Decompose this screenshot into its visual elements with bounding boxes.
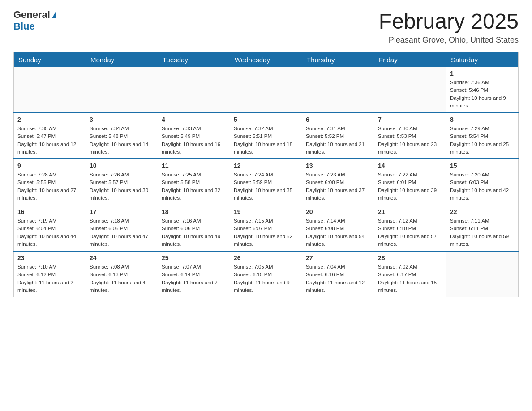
day-number: 16 [17,208,82,215]
day-info: Sunrise: 7:31 AM Sunset: 5:52 PM Dayligh… [306,125,370,156]
table-row: 11Sunrise: 7:25 AM Sunset: 5:58 PM Dayli… [158,159,230,205]
table-row: 20Sunrise: 7:14 AM Sunset: 6:08 PM Dayli… [302,205,374,251]
table-row: 23Sunrise: 7:10 AM Sunset: 6:12 PM Dayli… [14,251,86,297]
table-row: 12Sunrise: 7:24 AM Sunset: 5:59 PM Dayli… [230,159,302,205]
table-row: 9Sunrise: 7:28 AM Sunset: 5:55 PM Daylig… [14,159,86,205]
table-row [230,67,302,113]
day-info: Sunrise: 7:14 AM Sunset: 6:08 PM Dayligh… [306,217,370,248]
day-info: Sunrise: 7:22 AM Sunset: 6:01 PM Dayligh… [378,171,442,202]
day-info: Sunrise: 7:12 AM Sunset: 6:10 PM Dayligh… [378,217,442,248]
day-info: Sunrise: 7:07 AM Sunset: 6:14 PM Dayligh… [162,263,226,294]
table-row: 24Sunrise: 7:08 AM Sunset: 6:13 PM Dayli… [86,251,158,297]
logo-blue-text: Blue [13,21,35,32]
day-number: 22 [450,208,515,215]
table-row: 2Sunrise: 7:35 AM Sunset: 5:47 PM Daylig… [14,113,86,159]
day-number: 11 [162,162,226,169]
title-area: February 2025 Pleasant Grove, Ohio, Unit… [379,9,519,45]
day-info: Sunrise: 7:19 AM Sunset: 6:04 PM Dayligh… [17,217,82,248]
day-number: 6 [306,116,370,123]
day-number: 5 [234,116,298,123]
table-row: 15Sunrise: 7:20 AM Sunset: 6:03 PM Dayli… [446,159,519,205]
day-number: 23 [17,254,82,261]
day-number: 12 [234,162,298,169]
day-info: Sunrise: 7:23 AM Sunset: 6:00 PM Dayligh… [306,171,370,202]
logo-triangle-icon [52,10,56,18]
table-row: 16Sunrise: 7:19 AM Sunset: 6:04 PM Dayli… [14,205,86,251]
table-row [86,67,158,113]
day-number: 3 [90,116,154,123]
table-row: 25Sunrise: 7:07 AM Sunset: 6:14 PM Dayli… [158,251,230,297]
day-number: 21 [378,208,442,215]
day-info: Sunrise: 7:26 AM Sunset: 5:57 PM Dayligh… [90,171,154,202]
day-info: Sunrise: 7:28 AM Sunset: 5:55 PM Dayligh… [17,171,82,202]
col-wednesday: Wednesday [230,52,302,68]
day-info: Sunrise: 7:29 AM Sunset: 5:54 PM Dayligh… [450,125,515,156]
page-header: General Blue February 2025 Pleasant Grov… [13,9,519,45]
day-info: Sunrise: 7:04 AM Sunset: 6:16 PM Dayligh… [306,263,370,294]
day-number: 18 [162,208,226,215]
day-number: 25 [162,254,226,261]
day-info: Sunrise: 7:10 AM Sunset: 6:12 PM Dayligh… [17,263,82,294]
table-row: 21Sunrise: 7:12 AM Sunset: 6:10 PM Dayli… [374,205,446,251]
day-info: Sunrise: 7:05 AM Sunset: 6:15 PM Dayligh… [234,263,298,294]
day-info: Sunrise: 7:33 AM Sunset: 5:49 PM Dayligh… [162,125,226,156]
day-number: 19 [234,208,298,215]
table-row: 18Sunrise: 7:16 AM Sunset: 6:06 PM Dayli… [158,205,230,251]
day-info: Sunrise: 7:35 AM Sunset: 5:47 PM Dayligh… [17,125,82,156]
table-row: 5Sunrise: 7:32 AM Sunset: 5:51 PM Daylig… [230,113,302,159]
day-info: Sunrise: 7:16 AM Sunset: 6:06 PM Dayligh… [162,217,226,248]
col-thursday: Thursday [302,52,374,68]
calendar-week-row: 2Sunrise: 7:35 AM Sunset: 5:47 PM Daylig… [14,113,519,159]
day-number: 8 [450,116,515,123]
day-number: 17 [90,208,154,215]
table-row [446,251,519,297]
calendar-week-row: 9Sunrise: 7:28 AM Sunset: 5:55 PM Daylig… [14,159,519,205]
col-saturday: Saturday [446,52,519,68]
table-row: 14Sunrise: 7:22 AM Sunset: 6:01 PM Dayli… [374,159,446,205]
table-row [14,67,86,113]
day-info: Sunrise: 7:08 AM Sunset: 6:13 PM Dayligh… [90,263,154,294]
calendar-table: Sunday Monday Tuesday Wednesday Thursday… [13,52,519,297]
day-number: 20 [306,208,370,215]
table-row [302,67,374,113]
table-row: 10Sunrise: 7:26 AM Sunset: 5:57 PM Dayli… [86,159,158,205]
month-title: February 2025 [379,9,519,34]
day-number: 13 [306,162,370,169]
day-info: Sunrise: 7:15 AM Sunset: 6:07 PM Dayligh… [234,217,298,248]
table-row: 26Sunrise: 7:05 AM Sunset: 6:15 PM Dayli… [230,251,302,297]
day-number: 7 [378,116,442,123]
table-row: 1Sunrise: 7:36 AM Sunset: 5:46 PM Daylig… [446,67,519,113]
table-row: 22Sunrise: 7:11 AM Sunset: 6:11 PM Dayli… [446,205,519,251]
day-info: Sunrise: 7:34 AM Sunset: 5:48 PM Dayligh… [90,125,154,156]
day-number: 15 [450,162,515,169]
table-row [158,67,230,113]
day-info: Sunrise: 7:20 AM Sunset: 6:03 PM Dayligh… [450,171,515,202]
table-row: 7Sunrise: 7:30 AM Sunset: 5:53 PM Daylig… [374,113,446,159]
day-info: Sunrise: 7:25 AM Sunset: 5:58 PM Dayligh… [162,171,226,202]
day-number: 26 [234,254,298,261]
day-number: 4 [162,116,226,123]
table-row: 17Sunrise: 7:18 AM Sunset: 6:05 PM Dayli… [86,205,158,251]
day-number: 28 [378,254,442,261]
day-number: 9 [17,162,82,169]
day-info: Sunrise: 7:11 AM Sunset: 6:11 PM Dayligh… [450,217,515,248]
day-number: 1 [450,70,515,77]
day-info: Sunrise: 7:36 AM Sunset: 5:46 PM Dayligh… [450,79,515,110]
day-number: 10 [90,162,154,169]
day-number: 27 [306,254,370,261]
day-number: 24 [90,254,154,261]
location: Pleasant Grove, Ohio, United States [379,35,519,45]
calendar-header-row: Sunday Monday Tuesday Wednesday Thursday… [14,52,519,68]
table-row: 3Sunrise: 7:34 AM Sunset: 5:48 PM Daylig… [86,113,158,159]
col-friday: Friday [374,52,446,68]
calendar-week-row: 16Sunrise: 7:19 AM Sunset: 6:04 PM Dayli… [14,205,519,251]
day-info: Sunrise: 7:02 AM Sunset: 6:17 PM Dayligh… [378,263,442,294]
col-tuesday: Tuesday [158,52,230,68]
logo-general-text: General [13,9,50,21]
table-row: 6Sunrise: 7:31 AM Sunset: 5:52 PM Daylig… [302,113,374,159]
day-number: 2 [17,116,82,123]
table-row: 8Sunrise: 7:29 AM Sunset: 5:54 PM Daylig… [446,113,519,159]
table-row: 28Sunrise: 7:02 AM Sunset: 6:17 PM Dayli… [374,251,446,297]
day-number: 14 [378,162,442,169]
day-info: Sunrise: 7:18 AM Sunset: 6:05 PM Dayligh… [90,217,154,248]
